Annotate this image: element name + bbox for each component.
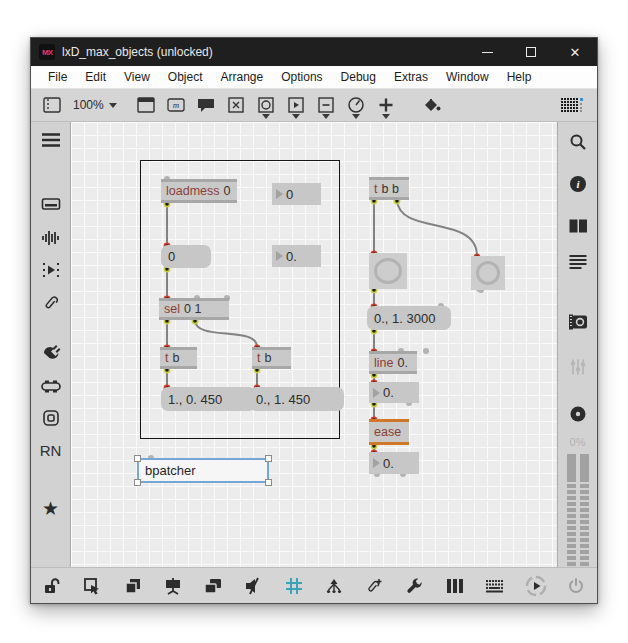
resize-handle[interactable]: [265, 455, 272, 462]
playbar-icon[interactable]: [281, 92, 311, 118]
menu-extras[interactable]: Extras: [385, 70, 437, 84]
maximize-button[interactable]: [509, 38, 553, 66]
resize-handle[interactable]: [134, 479, 141, 486]
menu-object[interactable]: Object: [159, 70, 212, 84]
menu-arrange[interactable]: Arrange: [212, 70, 273, 84]
square-in-square-icon[interactable]: [42, 409, 60, 427]
close-button[interactable]: ✕: [553, 38, 597, 66]
resize-handle[interactable]: [134, 455, 141, 462]
object-t-b-left[interactable]: tb: [160, 347, 197, 369]
chevron-down-icon: [352, 114, 360, 119]
bottom-toolbar: [31, 567, 597, 603]
hierarchy-icon[interactable]: [321, 574, 347, 598]
level-meters: [567, 454, 589, 566]
unlock-icon[interactable]: [39, 574, 65, 598]
audio-waveform-icon[interactable]: [41, 230, 61, 246]
numberbox-ease-out[interactable]: 0.: [369, 452, 419, 474]
minimize-button[interactable]: [465, 38, 509, 66]
numberbox-int[interactable]: 0: [272, 183, 321, 205]
power-icon[interactable]: [563, 574, 589, 598]
search-icon[interactable]: [568, 133, 587, 152]
object-sel[interactable]: sel0 1: [159, 298, 229, 320]
object-name: loadmess: [166, 184, 220, 198]
layers-icon[interactable]: [200, 574, 226, 598]
titlebar[interactable]: MX lxD_max_objects (unlocked) ✕: [31, 38, 597, 66]
menu-window[interactable]: Window: [437, 70, 498, 84]
paperclip-icon[interactable]: [42, 295, 60, 313]
cpu-percent: 0%: [570, 436, 586, 448]
wrench-icon[interactable]: [402, 574, 428, 598]
sidebar-toggle-icon[interactable]: [37, 92, 67, 118]
dial-icon[interactable]: [341, 92, 371, 118]
pipe-icon[interactable]: [40, 378, 62, 394]
menu-file[interactable]: File: [39, 70, 76, 84]
info-icon[interactable]: i: [569, 175, 587, 193]
zoom-control[interactable]: 100%: [73, 98, 117, 112]
run-icon[interactable]: [523, 574, 549, 598]
plus-icon[interactable]: [371, 92, 401, 118]
menu-debug[interactable]: Debug: [332, 70, 385, 84]
plug-icon[interactable]: [41, 343, 61, 361]
object-name: ease: [374, 425, 401, 439]
star-icon[interactable]: ★: [42, 499, 59, 518]
new-window-icon[interactable]: [131, 92, 161, 118]
left-sidebar: RN ★: [31, 122, 71, 567]
object-args: b: [264, 351, 271, 365]
presentation-icon[interactable]: [160, 574, 186, 598]
patcher-windows-icon[interactable]: [120, 574, 146, 598]
bang-button-right[interactable]: [471, 256, 505, 290]
zoom-level: 100%: [73, 98, 104, 112]
message-ramp[interactable]: 0., 1. 3000: [367, 306, 451, 330]
select-icon[interactable]: [79, 574, 105, 598]
attach-plus-icon[interactable]: [361, 574, 387, 598]
button-icon[interactable]: [251, 92, 281, 118]
console-drawer-icon[interactable]: [41, 196, 61, 212]
comment-icon[interactable]: [191, 92, 221, 118]
columns-icon[interactable]: [568, 219, 587, 234]
object-name: sel: [164, 302, 180, 316]
bang-button-left[interactable]: [369, 253, 407, 289]
window-body: RN ★: [31, 122, 597, 567]
message-right[interactable]: 0., 1. 450: [249, 387, 344, 411]
numberbox-line-out[interactable]: 0.: [369, 382, 419, 403]
message-text: 1., 0. 450: [168, 392, 222, 407]
object-loadmess[interactable]: loadmess0: [161, 179, 237, 203]
audio-mute-icon[interactable]: [240, 574, 266, 598]
numberbox-float[interactable]: 0.: [272, 245, 321, 267]
resize-handle[interactable]: [265, 479, 272, 486]
message-zero[interactable]: 0: [161, 245, 211, 268]
cpu-percent-label: 0%: [570, 436, 586, 448]
window-title: lxD_max_objects (unlocked): [62, 45, 213, 59]
object-name: t: [257, 351, 260, 365]
object-t-b-right[interactable]: tb: [252, 347, 291, 369]
object-box-icon[interactable]: m: [161, 92, 191, 118]
object-bpatcher-selected[interactable]: bpatcher: [137, 458, 269, 483]
menubar: File Edit View Object Arrange Options De…: [31, 66, 597, 89]
menu-edit[interactable]: Edit: [76, 70, 115, 84]
sliders-icon: [569, 359, 587, 376]
hamburger-icon[interactable]: [41, 133, 61, 148]
object-line[interactable]: line0.: [369, 351, 417, 374]
toggle-icon[interactable]: [221, 92, 251, 118]
max-logo-glyph: MX: [42, 48, 52, 57]
rn-button[interactable]: RN: [40, 442, 62, 459]
patcher-canvas[interactable]: loadmess0 0 0 0. sel0 1 tb tb: [71, 122, 557, 567]
object-ease[interactable]: ease: [369, 419, 409, 445]
record-icon[interactable]: [569, 405, 587, 423]
grid-snap-icon[interactable]: [281, 574, 307, 598]
piano-icon[interactable]: [442, 574, 468, 598]
grid-dots-icon[interactable]: [557, 92, 587, 118]
camera-icon[interactable]: [568, 314, 588, 331]
object-t-b-b[interactable]: tb b: [369, 177, 409, 200]
message-left[interactable]: 1., 0. 450: [161, 387, 256, 411]
message-text: 0., 1. 450: [256, 392, 310, 407]
menu-help[interactable]: Help: [498, 70, 541, 84]
number-icon[interactable]: [311, 92, 341, 118]
paint-bucket-icon[interactable]: [417, 92, 447, 118]
menu-view[interactable]: View: [115, 70, 159, 84]
chevron-down-icon: [109, 103, 117, 108]
menu-options[interactable]: Options: [272, 70, 331, 84]
play-dotted-icon[interactable]: [41, 262, 61, 278]
list-icon[interactable]: [568, 254, 587, 270]
keyboard-icon[interactable]: [482, 574, 508, 598]
